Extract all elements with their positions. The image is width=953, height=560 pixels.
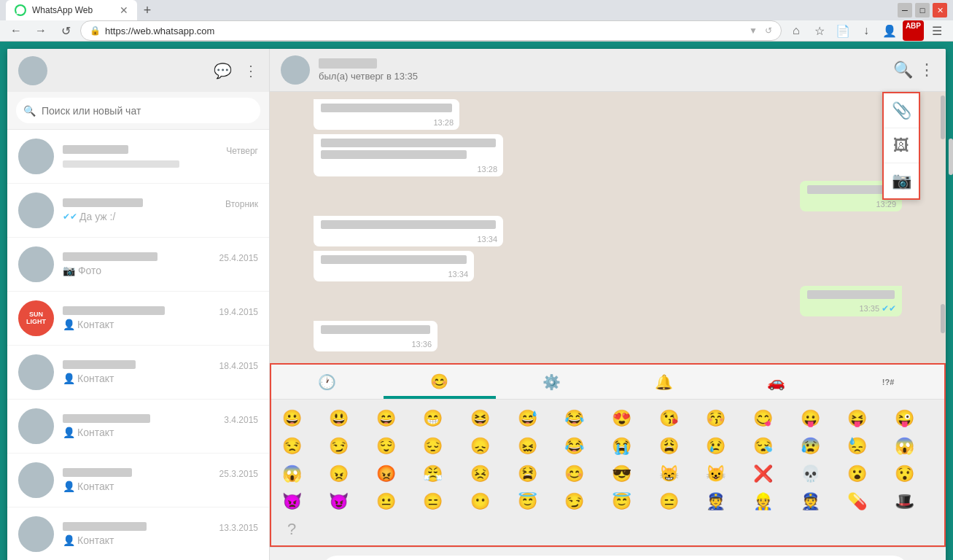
emoji-weary[interactable]: 😫	[514, 461, 540, 487]
emoji-x[interactable]: ❌	[750, 461, 776, 487]
emoji-cat-joy[interactable]: 😸	[656, 461, 682, 487]
emoji-joy[interactable]: 😂	[561, 405, 588, 432]
emoji-tab-objects[interactable]: ⚙️	[496, 365, 608, 399]
chat-item[interactable]: Вторник ✔✔ Да уж :/	[7, 184, 269, 238]
messages-scroll-thumb[interactable]	[941, 96, 945, 139]
emoji-hushed[interactable]: 😯	[891, 461, 917, 487]
emoji-smirk2[interactable]: 😏	[561, 489, 588, 515]
emoji-scroll-thumb[interactable]	[941, 304, 945, 333]
emoji-tired-face[interactable]: 😩	[656, 433, 682, 459]
search-chat-icon[interactable]: 🔍	[893, 61, 913, 79]
menu-icon[interactable]: ⋮	[244, 62, 258, 79]
emoji-expressionless[interactable]: 😑	[420, 489, 446, 515]
new-tab-button[interactable]: +	[137, 0, 157, 20]
dropdown-arrow[interactable]: ▼	[749, 26, 758, 36]
emoji-expressionless2[interactable]: 😑	[656, 489, 682, 515]
emoji-smirk[interactable]: 😏	[326, 433, 352, 459]
emoji-blush[interactable]: 😊	[561, 461, 588, 487]
emoji-smiley[interactable]: 😃	[326, 405, 352, 432]
emoji-disappointed[interactable]: 😞	[467, 433, 494, 459]
tab-close-button[interactable]: ✕	[120, 4, 128, 16]
chat-icon[interactable]: 💬	[214, 62, 232, 79]
bookmark-button[interactable]: ☆	[809, 20, 830, 41]
chat-item[interactable]: SUNLIGHT 19.4.2015 👤 Контакт	[7, 292, 269, 346]
emoji-smile[interactable]: 😄	[373, 405, 399, 432]
emoji-cold-sweat[interactable]: 😰	[797, 433, 823, 459]
home-button[interactable]: ⌂	[786, 20, 806, 41]
emoji-confounded[interactable]: 😖	[514, 433, 540, 459]
chat-item[interactable]: 3.4.2015 👤 Контакт	[7, 400, 269, 454]
emoji-tab-other[interactable]: !?#	[832, 365, 944, 399]
emoji-grin[interactable]: 😁	[420, 405, 446, 432]
emoji-sleepy[interactable]: 😪	[750, 433, 776, 459]
emoji-rage[interactable]: 😡	[373, 461, 399, 487]
menu-button[interactable]: ☰	[927, 20, 947, 41]
emoji-open-mouth[interactable]: 😮	[844, 461, 871, 487]
attach-gallery-button[interactable]: 🖼	[884, 128, 919, 163]
emoji-pill[interactable]: 💊	[844, 489, 871, 515]
emoji-angry[interactable]: 😠	[326, 461, 352, 487]
browser-tab[interactable]: WhatsApp Web ✕	[6, 0, 137, 20]
emoji-stuck-out-tongue-winking[interactable]: 😜	[891, 405, 917, 432]
emoji-innocent[interactable]: 😇	[514, 489, 540, 515]
adblock-button[interactable]: ABP	[903, 20, 924, 41]
account-button[interactable]: 👤	[879, 20, 900, 41]
forward-button[interactable]: →	[31, 20, 51, 41]
emoji-stuck-out-tongue[interactable]: 😛	[797, 405, 823, 432]
emoji-unamused[interactable]: 😒	[279, 433, 305, 459]
close-button[interactable]: ✕	[933, 3, 947, 18]
minimize-button[interactable]: ─	[898, 3, 912, 18]
emoji-imp-inv[interactable]: 👿	[279, 489, 305, 515]
emoji-smiling-imp[interactable]: 😈	[326, 489, 352, 515]
emoji-tophat[interactable]: 🎩	[891, 489, 917, 515]
emoji-pensive[interactable]: 😔	[420, 433, 446, 459]
emoji-skull[interactable]: 💀	[797, 461, 823, 487]
emoji-sweat-smile[interactable]: 😅	[514, 405, 540, 432]
chat-item[interactable]: 25.3.2015 👤 Контакт	[7, 454, 269, 508]
emoji-laughing[interactable]: 😆	[467, 405, 494, 432]
emoji-relieved[interactable]: 😌	[373, 433, 399, 459]
emoji-construction[interactable]: 👷	[750, 489, 776, 515]
emoji-crying[interactable]: 😢	[703, 433, 729, 459]
refresh-button[interactable]: ↺	[55, 20, 76, 41]
emoji-tab-smileys[interactable]: 😊	[384, 365, 496, 399]
emoji-scream[interactable]: 😱	[891, 433, 917, 459]
emoji-scream2[interactable]: 😱	[279, 461, 305, 487]
chat-item[interactable]: Четверг	[7, 130, 269, 184]
emoji-kissing-heart[interactable]: 😘	[656, 405, 682, 432]
chat-item[interactable]: 25.4.2015 📷 Фото	[7, 238, 269, 292]
emoji-cry-laughing[interactable]: 😂	[561, 433, 588, 459]
maximize-button[interactable]: □	[915, 3, 930, 18]
emoji-police[interactable]: 👮	[797, 489, 823, 515]
more-options-icon[interactable]: ⋮	[919, 61, 935, 79]
emoji-sunglasses[interactable]: 😎	[608, 461, 634, 487]
emoji-innocent2[interactable]: 😇	[608, 489, 634, 515]
emoji-stuck-out-tongue-closed[interactable]: 😝	[844, 405, 871, 432]
emoji-sob[interactable]: 😭	[608, 433, 634, 459]
emoji-yum[interactable]: 😋	[750, 405, 776, 432]
chat-avatar[interactable]	[281, 55, 310, 85]
user-avatar[interactable]	[18, 56, 47, 85]
attach-camera-button[interactable]: 📷	[884, 163, 919, 198]
refresh-icon[interactable]: ↺	[765, 26, 772, 36]
search-input[interactable]	[16, 98, 260, 123]
back-button[interactable]: ←	[6, 20, 26, 41]
emoji-heart-eyes[interactable]: 😍	[608, 405, 634, 432]
emoji-question[interactable]: ?	[279, 516, 305, 542]
emoji-tab-symbols[interactable]: 🔔	[607, 365, 720, 399]
emoji-cop[interactable]: 👮	[703, 489, 729, 515]
emoji-grinning[interactable]: 😀	[279, 405, 305, 432]
read-mode-button[interactable]: 📄	[833, 20, 853, 41]
emoji-tab-recent[interactable]: 🕐	[271, 365, 384, 399]
emoji-scrollbar[interactable]	[940, 300, 946, 446]
emoji-kissing[interactable]: 😚	[703, 405, 729, 432]
emoji-neutral[interactable]: 😐	[373, 489, 399, 515]
message-input[interactable]	[322, 556, 908, 561]
emoji-triumph[interactable]: 😤	[420, 461, 446, 487]
chat-item[interactable]: 18.4.2015 👤 Контакт	[7, 346, 269, 400]
chat-item[interactable]: 13.3.2015 👤 Контакт	[7, 508, 269, 560]
emoji-no-mouth[interactable]: 😶	[467, 489, 494, 515]
emoji-sweat[interactable]: 😓	[844, 433, 871, 459]
emoji-tab-travel[interactable]: 🚗	[720, 365, 832, 399]
download-button[interactable]: ↓	[856, 20, 876, 41]
